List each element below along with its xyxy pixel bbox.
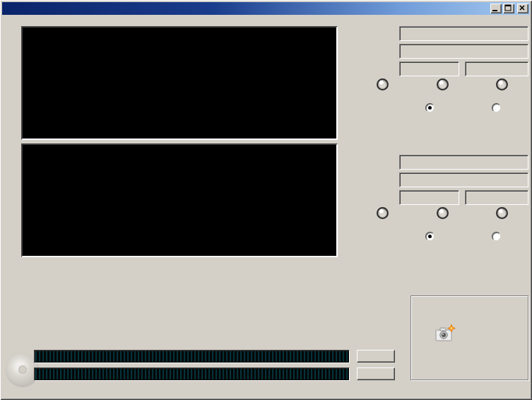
type2-field: [399, 190, 459, 205]
comment1-button[interactable]: [357, 350, 395, 363]
pi-compare-graph: [21, 26, 338, 140]
pif-graph1-led: [437, 78, 449, 90]
pif-graph2-led: [437, 207, 449, 219]
snapshot-camera-icon[interactable]: [435, 324, 456, 346]
burn-drive1-display: [34, 350, 350, 363]
block2-radio[interactable]: [492, 232, 501, 241]
burn-drive2-display: [34, 367, 350, 381]
pif-jitter-graph: [21, 143, 338, 257]
type1-field: [399, 61, 459, 76]
jitter1-led: [496, 78, 508, 90]
pif-jitter-chart: [23, 145, 336, 256]
comment2-button[interactable]: [357, 367, 395, 380]
dvdinfopro-pipo-compare-window: [0, 0, 532, 400]
lcd-stripes: [35, 351, 348, 362]
book1-field: [465, 61, 528, 76]
titlebar[interactable]: [2, 2, 530, 15]
pi-graph2-led: [377, 207, 389, 219]
mid-code1-field: [399, 44, 528, 59]
jitter2-led: [496, 207, 508, 219]
mid-code2-field: [399, 172, 528, 187]
pi-graph1-led: [377, 78, 389, 90]
book2-field: [465, 190, 528, 205]
block1-radio[interactable]: [492, 103, 501, 112]
lcd-stripes: [35, 369, 348, 380]
snapshot-groupbox: [410, 295, 528, 380]
maximize-button[interactable]: [503, 4, 514, 13]
minimize-button[interactable]: [490, 4, 502, 13]
close-button[interactable]: [517, 4, 528, 13]
line1-radio[interactable]: [425, 103, 435, 112]
scan-drv1-field: [399, 26, 528, 41]
line2-radio[interactable]: [425, 232, 435, 241]
scan-drv2-field: [399, 155, 528, 170]
pi-compare-chart: [23, 28, 336, 139]
